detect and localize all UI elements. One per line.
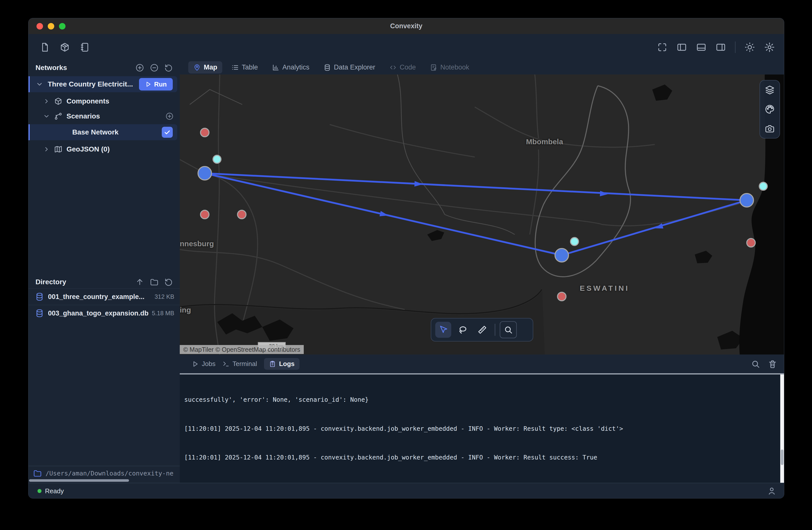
panel-right-icon[interactable] bbox=[715, 42, 726, 53]
clear-logs-trash-icon[interactable] bbox=[768, 359, 777, 369]
map-city-label: nnesburg bbox=[180, 240, 214, 248]
log-search-icon[interactable] bbox=[751, 359, 760, 369]
directory-panel-header: Directory bbox=[29, 276, 180, 288]
tab-data-explorer[interactable]: Data Explorer bbox=[319, 61, 380, 73]
scenarios-label: Scenarios bbox=[67, 112, 100, 120]
toolbar bbox=[29, 34, 784, 61]
divider bbox=[495, 324, 495, 336]
settings-gear-icon[interactable] bbox=[764, 42, 775, 53]
panel-bottom-icon[interactable] bbox=[696, 42, 707, 53]
camera-icon[interactable] bbox=[765, 123, 775, 134]
list-icon bbox=[231, 64, 239, 71]
log-line: [11:20:01] 2025-12-04 11:20:01,895 - con… bbox=[184, 424, 779, 434]
tab-notebook[interactable]: Notebook bbox=[425, 61, 474, 73]
refresh-networks-icon[interactable] bbox=[164, 63, 173, 72]
chevron-right-icon[interactable] bbox=[43, 146, 50, 153]
network-root-label: Three Country Electricit... bbox=[48, 80, 133, 88]
tab-label: Logs bbox=[279, 360, 294, 368]
clipboard-icon bbox=[269, 360, 276, 368]
layers-icon[interactable] bbox=[765, 85, 775, 95]
sidebar-item-base-network[interactable]: Base Network bbox=[29, 124, 177, 140]
select-cursor-tool[interactable] bbox=[435, 322, 451, 338]
tab-jobs[interactable]: Jobs bbox=[192, 360, 216, 368]
log-line: successfully', 'error': None, 'scenario_… bbox=[184, 395, 779, 405]
traffic-lights bbox=[37, 18, 66, 34]
close-window-button[interactable] bbox=[37, 23, 43, 29]
fullscreen-icon[interactable] bbox=[657, 42, 667, 53]
tab-logs[interactable]: Logs bbox=[264, 358, 300, 370]
map-base-layer bbox=[180, 74, 784, 355]
palette-icon[interactable] bbox=[765, 104, 775, 115]
play-icon bbox=[192, 360, 199, 368]
log-output-panel[interactable]: successfully', 'error': None, 'scenario_… bbox=[180, 373, 784, 483]
file-size: 5.18 MB bbox=[152, 310, 174, 317]
database-icon bbox=[35, 292, 44, 301]
map-search-tool[interactable] bbox=[500, 321, 517, 338]
package-icon[interactable] bbox=[59, 42, 70, 53]
workspace-path-row[interactable]: /Users/aman/Downloads/convexity-ne bbox=[29, 466, 180, 480]
network-row-root[interactable]: Three Country Electricit... Run bbox=[29, 76, 177, 92]
sidebar-item-geojson[interactable]: GeoJSON (0) bbox=[29, 142, 180, 156]
map-canvas[interactable]: Mbombela ESWATINI nnesburg ing 30 km © M… bbox=[180, 74, 784, 355]
bottom-panel-tabbar: Jobs Terminal Logs bbox=[180, 355, 784, 373]
open-folder-icon[interactable] bbox=[150, 277, 159, 286]
map-layer-controls bbox=[759, 80, 780, 139]
map-attribution: © MapTiler © OpenStreetMap contributors bbox=[180, 345, 304, 354]
minimize-window-button[interactable] bbox=[48, 23, 54, 29]
zoom-window-button[interactable] bbox=[59, 23, 66, 29]
up-directory-icon[interactable] bbox=[135, 277, 144, 286]
lasso-tool[interactable] bbox=[455, 322, 471, 338]
add-network-icon[interactable] bbox=[135, 63, 144, 72]
tab-terminal[interactable]: Terminal bbox=[222, 360, 257, 368]
notebook-panel-icon[interactable] bbox=[79, 42, 90, 53]
tab-label: Code bbox=[400, 63, 416, 71]
user-icon[interactable] bbox=[767, 486, 777, 496]
workspace-path: /Users/aman/Downloads/convexity-ne bbox=[45, 470, 174, 477]
titlebar: Convexity bbox=[29, 18, 784, 34]
folder-icon bbox=[33, 469, 42, 478]
theme-light-icon[interactable] bbox=[744, 42, 755, 53]
ruler-tool[interactable] bbox=[474, 322, 490, 338]
view-tabbar: Map Table Analytics Data Explorer Code N bbox=[180, 60, 784, 74]
file-row[interactable]: 001_three_country_example... 312 KB bbox=[29, 289, 180, 305]
log-scrollbar-thumb[interactable] bbox=[781, 449, 783, 465]
app-window: Convexity bbox=[28, 18, 784, 499]
sidebar: Networks Three Country Electricit... Run bbox=[29, 60, 180, 483]
tab-analytics[interactable]: Analytics bbox=[267, 61, 315, 73]
networks-panel-header: Networks bbox=[29, 60, 180, 75]
tab-label: Notebook bbox=[440, 63, 469, 71]
horizontal-scrollbar[interactable] bbox=[29, 479, 129, 482]
chevron-down-icon[interactable] bbox=[43, 113, 50, 120]
status-dot bbox=[38, 489, 42, 493]
log-horizontal-scrollbar[interactable] bbox=[180, 373, 784, 374]
log-scrollbar-track[interactable] bbox=[780, 374, 784, 483]
chevron-right-icon[interactable] bbox=[43, 98, 50, 105]
run-button-label: Run bbox=[154, 81, 167, 88]
map-city-label: Mbombela bbox=[526, 138, 563, 146]
tab-code[interactable]: Code bbox=[384, 61, 421, 73]
log-line: [11:20:01] 2025-12-04 11:20:01,895 - con… bbox=[184, 453, 779, 462]
add-scenario-icon[interactable] bbox=[165, 112, 174, 120]
base-network-checkbox[interactable] bbox=[162, 127, 173, 138]
refresh-directory-icon[interactable] bbox=[164, 277, 173, 286]
tab-table[interactable]: Table bbox=[226, 61, 263, 73]
database-icon bbox=[35, 309, 44, 318]
sidebar-item-scenarios[interactable]: Scenarios bbox=[29, 109, 180, 123]
map-pin-icon bbox=[193, 64, 201, 71]
run-button[interactable]: Run bbox=[139, 78, 173, 90]
window-title: Convexity bbox=[390, 22, 422, 30]
file-name: 003_ghana_togo_expansion.db bbox=[48, 310, 148, 317]
tab-map[interactable]: Map bbox=[188, 61, 222, 73]
tab-label: Table bbox=[242, 63, 258, 71]
remove-network-icon[interactable] bbox=[150, 63, 159, 72]
status-text: Ready bbox=[45, 487, 64, 495]
sidebar-item-components[interactable]: Components bbox=[29, 94, 180, 108]
toolbar-divider bbox=[735, 42, 736, 53]
panel-left-icon[interactable] bbox=[677, 42, 687, 53]
file-size: 312 KB bbox=[155, 293, 174, 300]
geojson-label: GeoJSON (0) bbox=[67, 145, 110, 153]
chevron-down-icon[interactable] bbox=[36, 81, 43, 88]
notebook-icon bbox=[430, 64, 437, 71]
file-row[interactable]: 003_ghana_togo_expansion.db 5.18 MB bbox=[29, 305, 180, 321]
new-file-icon[interactable] bbox=[40, 42, 50, 53]
